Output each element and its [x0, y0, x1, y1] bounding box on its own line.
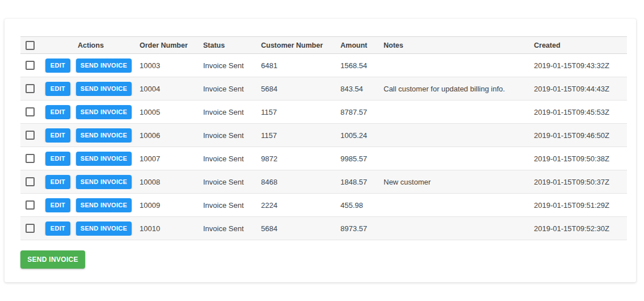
- column-header-notes: Notes: [379, 41, 531, 49]
- cell-created: 2019-01-15T09:52:30Z: [531, 224, 627, 233]
- send-invoice-button[interactable]: SEND INVOICE: [76, 198, 132, 212]
- cell-order-number: 10005: [134, 108, 200, 116]
- table-body: EDIT SEND INVOICE 10003 Invoice Sent 648…: [20, 54, 627, 240]
- select-all-cell: [20, 41, 40, 50]
- row-select-checkbox[interactable]: [26, 224, 35, 233]
- send-invoice-button[interactable]: SEND INVOICE: [76, 58, 132, 73]
- table-row: EDIT SEND INVOICE 10003 Invoice Sent 648…: [20, 54, 627, 77]
- send-invoice-button[interactable]: SEND INVOICE: [76, 128, 132, 143]
- select-all-checkbox[interactable]: [26, 41, 35, 50]
- edit-button[interactable]: EDIT: [45, 58, 70, 73]
- cell-customer-number: 6481: [256, 61, 335, 70]
- edit-button[interactable]: EDIT: [45, 152, 70, 166]
- row-select-checkbox[interactable]: [26, 154, 35, 163]
- table-row: EDIT SEND INVOICE 10009 Invoice Sent 222…: [20, 194, 627, 217]
- cell-order-number: 10007: [134, 154, 200, 163]
- column-header-customer-number: Customer Number: [256, 41, 335, 49]
- cell-status: Invoice Sent: [200, 131, 256, 140]
- cell-created: 2019-01-15T09:50:38Z: [531, 154, 627, 163]
- cell-created: 2019-01-15T09:51:29Z: [531, 201, 627, 210]
- cell-status: Invoice Sent: [200, 108, 256, 116]
- edit-button[interactable]: EDIT: [45, 128, 70, 143]
- row-select-checkbox[interactable]: [26, 131, 35, 140]
- cell-status: Invoice Sent: [200, 85, 256, 93]
- actions-cell: EDIT SEND INVOICE: [40, 58, 134, 73]
- cell-created: 2019-01-15T09:50:37Z: [531, 178, 627, 186]
- cell-order-number: 10008: [134, 178, 200, 186]
- cell-order-number: 10004: [134, 85, 200, 93]
- cell-customer-number: 8468: [256, 178, 335, 186]
- edit-button[interactable]: EDIT: [45, 82, 70, 96]
- bulk-send-invoice-button[interactable]: SEND INVOICE: [20, 250, 85, 269]
- cell-customer-number: 5684: [256, 85, 335, 93]
- row-select-checkbox[interactable]: [26, 177, 35, 186]
- cell-order-number: 10009: [134, 201, 200, 210]
- row-select-checkbox[interactable]: [26, 61, 35, 70]
- cell-amount: 1005.24: [335, 131, 379, 140]
- send-invoice-button[interactable]: SEND INVOICE: [76, 221, 132, 236]
- edit-button[interactable]: EDIT: [45, 221, 70, 236]
- column-header-amount: Amount: [335, 41, 379, 49]
- send-invoice-button[interactable]: SEND INVOICE: [76, 175, 132, 189]
- actions-cell: EDIT SEND INVOICE: [40, 198, 134, 212]
- cell-amount: 1848.57: [335, 178, 379, 186]
- table-row: EDIT SEND INVOICE 10005 Invoice Sent 115…: [20, 101, 627, 124]
- send-invoice-button[interactable]: SEND INVOICE: [76, 152, 132, 166]
- cell-customer-number: 2224: [256, 201, 335, 210]
- cell-created: 2019-01-15T09:44:43Z: [531, 85, 627, 93]
- cell-amount: 455.98: [335, 201, 379, 210]
- cell-status: Invoice Sent: [200, 201, 256, 210]
- table-row: EDIT SEND INVOICE 10007 Invoice Sent 987…: [20, 147, 627, 170]
- table-row: EDIT SEND INVOICE 10004 Invoice Sent 568…: [20, 77, 627, 101]
- cell-notes: Call customer for updated billing info.: [379, 85, 531, 93]
- table-header-row: Actions Order Number Status Customer Num…: [20, 36, 627, 54]
- actions-cell: EDIT SEND INVOICE: [40, 82, 134, 96]
- edit-button[interactable]: EDIT: [45, 175, 70, 189]
- page: Actions Order Number Status Customer Num…: [0, 0, 644, 301]
- table-row: EDIT SEND INVOICE 10010 Invoice Sent 568…: [20, 217, 627, 240]
- edit-button[interactable]: EDIT: [45, 198, 70, 212]
- column-header-actions: Actions: [40, 41, 134, 49]
- cell-customer-number: 1157: [256, 108, 335, 116]
- cell-order-number: 10003: [134, 61, 200, 70]
- cell-status: Invoice Sent: [200, 224, 256, 233]
- send-invoice-button[interactable]: SEND INVOICE: [76, 82, 132, 96]
- cell-amount: 8787.57: [335, 108, 379, 116]
- cell-created: 2019-01-15T09:43:32Z: [531, 61, 627, 70]
- cell-customer-number: 1157: [256, 131, 335, 140]
- actions-cell: EDIT SEND INVOICE: [40, 128, 134, 143]
- cell-amount: 1568.54: [335, 61, 379, 70]
- invoice-table: Actions Order Number Status Customer Num…: [20, 36, 627, 240]
- actions-cell: EDIT SEND INVOICE: [40, 152, 134, 166]
- send-invoice-button[interactable]: SEND INVOICE: [76, 105, 132, 119]
- cell-status: Invoice Sent: [200, 178, 256, 186]
- cell-status: Invoice Sent: [200, 154, 256, 163]
- table-row: EDIT SEND INVOICE 10008 Invoice Sent 846…: [20, 170, 627, 194]
- cell-customer-number: 9872: [256, 154, 335, 163]
- column-header-order-number: Order Number: [134, 41, 200, 49]
- cell-customer-number: 5684: [256, 224, 335, 233]
- cell-order-number: 10010: [134, 224, 200, 233]
- edit-button[interactable]: EDIT: [45, 105, 70, 119]
- row-select-checkbox[interactable]: [26, 84, 35, 93]
- cell-amount: 8973.57: [335, 224, 379, 233]
- cell-status: Invoice Sent: [200, 61, 256, 70]
- cell-amount: 9985.57: [335, 154, 379, 163]
- actions-cell: EDIT SEND INVOICE: [40, 175, 134, 189]
- row-select-checkbox[interactable]: [26, 107, 35, 116]
- cell-amount: 843.54: [335, 85, 379, 93]
- cell-order-number: 10006: [134, 131, 200, 140]
- column-header-status: Status: [200, 41, 256, 49]
- cell-created: 2019-01-15T09:46:50Z: [531, 131, 627, 140]
- actions-cell: EDIT SEND INVOICE: [40, 105, 134, 119]
- cell-notes: New customer: [379, 178, 531, 186]
- cell-created: 2019-01-15T09:45:53Z: [531, 108, 627, 116]
- invoice-card: Actions Order Number Status Customer Num…: [5, 19, 636, 282]
- table-row: EDIT SEND INVOICE 10006 Invoice Sent 115…: [20, 124, 627, 147]
- actions-cell: EDIT SEND INVOICE: [40, 221, 134, 236]
- row-select-checkbox[interactable]: [26, 200, 35, 210]
- column-header-created: Created: [531, 41, 627, 49]
